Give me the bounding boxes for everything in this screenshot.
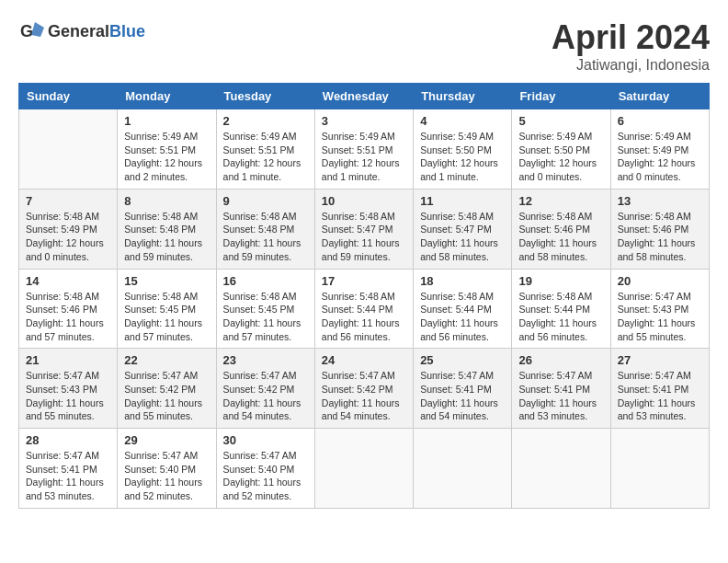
day-number: 30 <box>223 433 308 447</box>
calendar-cell: 9Sunrise: 5:48 AMSunset: 5:48 PMDaylight… <box>216 189 314 269</box>
day-number: 29 <box>124 433 209 447</box>
calendar-cell: 3Sunrise: 5:49 AMSunset: 5:51 PMDaylight… <box>314 109 413 190</box>
calendar-cell: 14Sunrise: 5:48 AMSunset: 5:46 PMDayligh… <box>19 269 118 349</box>
calendar-cell: 1Sunrise: 5:49 AMSunset: 5:51 PMDaylight… <box>118 109 216 190</box>
day-number: 19 <box>518 274 603 288</box>
svg-text:G: G <box>20 22 33 40</box>
day-number: 2 <box>223 114 308 128</box>
day-number: 15 <box>124 274 209 288</box>
calendar-cell: 8Sunrise: 5:48 AMSunset: 5:48 PMDaylight… <box>118 189 216 269</box>
calendar-cell: 20Sunrise: 5:47 AMSunset: 5:43 PMDayligh… <box>610 269 709 349</box>
day-number: 16 <box>223 274 308 288</box>
calendar-cell: 7Sunrise: 5:48 AMSunset: 5:49 PMDaylight… <box>19 189 118 269</box>
day-info: Sunrise: 5:48 AMSunset: 5:44 PMDaylight:… <box>518 290 603 344</box>
day-of-week-header: Saturday <box>610 84 709 109</box>
day-of-week-header: Monday <box>118 84 216 109</box>
day-number: 13 <box>618 194 702 208</box>
day-info: Sunrise: 5:47 AMSunset: 5:43 PMDaylight:… <box>26 369 110 423</box>
calendar-cell: 16Sunrise: 5:48 AMSunset: 5:45 PMDayligh… <box>216 269 314 349</box>
day-info: Sunrise: 5:48 AMSunset: 5:47 PMDaylight:… <box>322 210 406 264</box>
day-number: 5 <box>518 114 603 128</box>
day-number: 9 <box>223 194 308 208</box>
day-info: Sunrise: 5:47 AMSunset: 5:41 PMDaylight:… <box>518 369 603 423</box>
day-info: Sunrise: 5:47 AMSunset: 5:42 PMDaylight:… <box>124 369 209 423</box>
day-number: 8 <box>124 194 209 208</box>
location-title: Jatiwangi, Indonesia <box>552 57 710 74</box>
svg-marker-1 <box>31 22 44 37</box>
calendar-cell: 2Sunrise: 5:49 AMSunset: 5:51 PMDaylight… <box>216 109 314 190</box>
day-info: Sunrise: 5:49 AMSunset: 5:50 PMDaylight:… <box>420 130 505 184</box>
day-number: 4 <box>420 114 505 128</box>
day-info: Sunrise: 5:49 AMSunset: 5:51 PMDaylight:… <box>223 130 308 184</box>
day-info: Sunrise: 5:48 AMSunset: 5:46 PMDaylight:… <box>618 210 702 264</box>
day-info: Sunrise: 5:47 AMSunset: 5:42 PMDaylight:… <box>223 369 308 423</box>
calendar-cell: 21Sunrise: 5:47 AMSunset: 5:43 PMDayligh… <box>19 349 118 429</box>
day-info: Sunrise: 5:49 AMSunset: 5:51 PMDaylight:… <box>322 130 406 184</box>
calendar-cell: 11Sunrise: 5:48 AMSunset: 5:47 PMDayligh… <box>414 189 512 269</box>
calendar-week-row: 7Sunrise: 5:48 AMSunset: 5:49 PMDaylight… <box>19 189 710 269</box>
day-of-week-header: Sunday <box>19 84 118 109</box>
calendar-cell <box>512 429 610 509</box>
day-info: Sunrise: 5:47 AMSunset: 5:41 PMDaylight:… <box>26 449 110 503</box>
day-number: 28 <box>26 433 110 447</box>
day-info: Sunrise: 5:48 AMSunset: 5:47 PMDaylight:… <box>420 210 505 264</box>
day-number: 14 <box>26 274 110 288</box>
month-title: April 2024 <box>552 18 710 57</box>
day-number: 11 <box>420 194 505 208</box>
calendar-cell: 24Sunrise: 5:47 AMSunset: 5:42 PMDayligh… <box>314 349 413 429</box>
day-number: 12 <box>518 194 603 208</box>
calendar-cell: 5Sunrise: 5:49 AMSunset: 5:50 PMDaylight… <box>512 109 610 190</box>
calendar-header-row: SundayMondayTuesdayWednesdayThursdayFrid… <box>19 84 710 109</box>
day-info: Sunrise: 5:48 AMSunset: 5:46 PMDaylight:… <box>26 290 110 344</box>
calendar-cell: 15Sunrise: 5:48 AMSunset: 5:45 PMDayligh… <box>118 269 216 349</box>
calendar-cell: 22Sunrise: 5:47 AMSunset: 5:42 PMDayligh… <box>118 349 216 429</box>
day-number: 27 <box>618 353 702 367</box>
calendar-cell: 25Sunrise: 5:47 AMSunset: 5:41 PMDayligh… <box>414 349 512 429</box>
day-info: Sunrise: 5:47 AMSunset: 5:43 PMDaylight:… <box>618 290 702 344</box>
calendar-cell: 28Sunrise: 5:47 AMSunset: 5:41 PMDayligh… <box>19 429 118 509</box>
day-number: 3 <box>322 114 406 128</box>
day-number: 1 <box>124 114 209 128</box>
day-info: Sunrise: 5:47 AMSunset: 5:40 PMDaylight:… <box>223 449 308 503</box>
day-info: Sunrise: 5:48 AMSunset: 5:49 PMDaylight:… <box>26 210 110 264</box>
calendar-cell: 6Sunrise: 5:49 AMSunset: 5:49 PMDaylight… <box>610 109 709 190</box>
day-number: 24 <box>322 353 406 367</box>
day-info: Sunrise: 5:48 AMSunset: 5:45 PMDaylight:… <box>223 290 308 344</box>
logo-icon: G <box>18 18 44 44</box>
calendar-cell: 27Sunrise: 5:47 AMSunset: 5:41 PMDayligh… <box>610 349 709 429</box>
day-info: Sunrise: 5:47 AMSunset: 5:41 PMDaylight:… <box>618 369 702 423</box>
day-number: 23 <box>223 353 308 367</box>
calendar-cell: 30Sunrise: 5:47 AMSunset: 5:40 PMDayligh… <box>216 429 314 509</box>
day-number: 18 <box>420 274 505 288</box>
day-number: 7 <box>26 194 110 208</box>
calendar-cell: 17Sunrise: 5:48 AMSunset: 5:44 PMDayligh… <box>314 269 413 349</box>
page-header: G GeneralBlue April 2024 Jatiwangi, Indo… <box>18 18 710 74</box>
day-info: Sunrise: 5:48 AMSunset: 5:48 PMDaylight:… <box>124 210 209 264</box>
calendar-cell: 23Sunrise: 5:47 AMSunset: 5:42 PMDayligh… <box>216 349 314 429</box>
calendar-cell: 12Sunrise: 5:48 AMSunset: 5:46 PMDayligh… <box>512 189 610 269</box>
calendar-cell: 10Sunrise: 5:48 AMSunset: 5:47 PMDayligh… <box>314 189 413 269</box>
day-info: Sunrise: 5:47 AMSunset: 5:40 PMDaylight:… <box>124 449 209 503</box>
logo-blue-text: Blue <box>109 22 145 40</box>
calendar-week-row: 28Sunrise: 5:47 AMSunset: 5:41 PMDayligh… <box>19 429 710 509</box>
calendar-cell: 29Sunrise: 5:47 AMSunset: 5:40 PMDayligh… <box>118 429 216 509</box>
calendar-week-row: 21Sunrise: 5:47 AMSunset: 5:43 PMDayligh… <box>19 349 710 429</box>
logo: G GeneralBlue <box>18 18 145 44</box>
day-number: 25 <box>420 353 505 367</box>
calendar-cell: 13Sunrise: 5:48 AMSunset: 5:46 PMDayligh… <box>610 189 709 269</box>
calendar-cell: 4Sunrise: 5:49 AMSunset: 5:50 PMDaylight… <box>414 109 512 190</box>
calendar-cell: 26Sunrise: 5:47 AMSunset: 5:41 PMDayligh… <box>512 349 610 429</box>
calendar-cell <box>610 429 709 509</box>
logo-general-text: General <box>48 22 109 40</box>
day-of-week-header: Wednesday <box>314 84 413 109</box>
day-info: Sunrise: 5:48 AMSunset: 5:45 PMDaylight:… <box>124 290 209 344</box>
day-number: 22 <box>124 353 209 367</box>
day-number: 6 <box>618 114 702 128</box>
day-of-week-header: Friday <box>512 84 610 109</box>
day-info: Sunrise: 5:49 AMSunset: 5:50 PMDaylight:… <box>518 130 603 184</box>
day-of-week-header: Thursday <box>414 84 512 109</box>
title-block: April 2024 Jatiwangi, Indonesia <box>552 18 710 74</box>
day-number: 10 <box>322 194 406 208</box>
calendar-week-row: 14Sunrise: 5:48 AMSunset: 5:46 PMDayligh… <box>19 269 710 349</box>
day-info: Sunrise: 5:47 AMSunset: 5:41 PMDaylight:… <box>420 369 505 423</box>
